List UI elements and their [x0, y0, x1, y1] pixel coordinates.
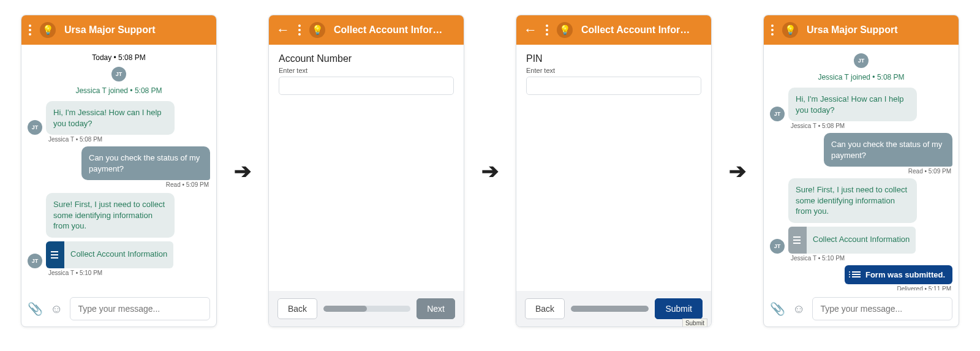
message-meta: Delivered • 5:11 PM	[771, 285, 951, 290]
compose-bar: 📎 ☺	[764, 290, 959, 326]
back-arrow-icon[interactable]: ←	[276, 23, 290, 37]
chat-header: 💡 Ursa Major Support	[764, 15, 959, 45]
user-message: Can you check the status of my payment?	[824, 133, 952, 167]
user-message-row: Can you check the status of my payment?	[770, 133, 952, 167]
form-title: Collect Account Infor…	[581, 25, 704, 36]
message-input[interactable]	[70, 297, 210, 320]
form-footer: Back Next	[269, 291, 464, 326]
joined-notice: Jessica T joined • 5:08 PM	[28, 86, 210, 95]
form-card-row: JT Collect Account Information	[770, 227, 952, 254]
form-card-label: Collect Account Information	[70, 249, 167, 260]
svg-rect-2	[51, 257, 58, 259]
attachment-icon[interactable]: 📎	[28, 301, 43, 316]
svg-rect-1	[51, 254, 58, 255]
message-meta: Jessica T • 5:08 PM	[791, 123, 951, 129]
emoji-icon[interactable]: ☺	[793, 302, 805, 316]
form-body: Account Number Enter text	[269, 45, 464, 291]
form-header: ← 💡 Collect Account Infor…	[516, 15, 711, 45]
field-hint: Enter text	[279, 67, 454, 74]
message-meta: Read • 5:09 PM	[771, 168, 951, 175]
message-meta: Read • 5:09 PM	[29, 181, 209, 188]
form-header: ← 💡 Collect Account Infor…	[269, 15, 464, 45]
agent-avatar: JT	[28, 254, 42, 268]
agent-message-row: Sure! First, I just need to collect some…	[28, 193, 210, 238]
form-card[interactable]: Collect Account Information	[788, 227, 916, 254]
account-number-input[interactable]	[279, 77, 454, 95]
message-meta: Jessica T • 5:10 PM	[48, 270, 209, 276]
svg-rect-5	[793, 243, 801, 244]
form-footer: Back Submit Submit	[516, 291, 711, 326]
joined-notice: Jessica T joined • 5:08 PM	[770, 73, 952, 81]
chat-title: Ursa Major Support	[807, 25, 951, 36]
form-panel-account-number: ← 💡 Collect Account Infor… Account Numbe…	[268, 15, 464, 327]
agent-avatar: JT	[854, 53, 869, 68]
form-icon	[46, 241, 64, 268]
agent-avatar: JT	[770, 107, 785, 121]
agent-message-row: JT Hi, I'm Jessica! How can I help you t…	[28, 101, 210, 135]
emoji-icon[interactable]: ☺	[50, 302, 62, 316]
attachment-icon[interactable]: 📎	[770, 301, 785, 316]
back-button[interactable]: Back	[525, 298, 565, 319]
form-card[interactable]: Collect Account Information	[46, 241, 173, 268]
brand-bulb-icon: 💡	[557, 22, 573, 38]
message-meta: Jessica T • 5:08 PM	[48, 136, 209, 143]
kebab-menu-icon[interactable]	[29, 25, 31, 36]
form-card-row: JT Collect Account Information	[28, 241, 210, 268]
svg-rect-0	[51, 251, 58, 252]
user-message: Can you check the status of my payment?	[81, 146, 210, 180]
flow-diagram: 💡 Ursa Major Support Today • 5:08 PM JT …	[0, 0, 980, 342]
next-button[interactable]: Next	[417, 298, 455, 319]
agent-avatar: JT	[770, 239, 785, 254]
progress-bar	[571, 306, 649, 312]
form-submitted-row: Form was submitted.	[770, 265, 952, 284]
agent-message: Hi, I'm Jessica! How can I help you toda…	[46, 101, 175, 135]
kebab-menu-icon[interactable]	[298, 25, 301, 36]
chat-body: Today • 5:08 PM JT Jessica T joined • 5:…	[21, 45, 216, 290]
flow-arrow-icon: ➔	[729, 159, 746, 183]
brand-bulb-icon: 💡	[782, 22, 798, 38]
progress-fill	[571, 306, 649, 312]
pin-input[interactable]	[526, 77, 701, 95]
today-timestamp: Today • 5:08 PM	[28, 53, 210, 62]
form-title: Collect Account Infor…	[334, 25, 456, 36]
back-arrow-icon[interactable]: ←	[524, 23, 537, 37]
kebab-menu-icon[interactable]	[546, 25, 548, 36]
flow-arrow-icon: ➔	[481, 159, 499, 183]
agent-message: Sure! First, I just need to collect some…	[788, 178, 917, 223]
submit-button[interactable]: Submit	[655, 298, 703, 319]
list-icon	[852, 271, 861, 277]
field-label: PIN	[526, 53, 701, 64]
progress-fill	[323, 306, 367, 312]
chat-body: JT Jessica T joined • 5:08 PM JT Hi, I'm…	[764, 45, 959, 290]
message-input[interactable]	[812, 297, 952, 320]
chat-header: 💡 Ursa Major Support	[21, 15, 216, 45]
svg-rect-3	[793, 236, 801, 238]
agent-message: Sure! First, I just need to collect some…	[46, 193, 175, 238]
field-hint: Enter text	[526, 67, 701, 74]
message-meta: Jessica T • 5:10 PM	[791, 255, 951, 262]
form-panel-pin: ← 💡 Collect Account Infor… PIN Enter tex…	[516, 15, 712, 327]
kebab-menu-icon[interactable]	[771, 25, 774, 36]
chat-panel-initial: 💡 Ursa Major Support Today • 5:08 PM JT …	[21, 15, 217, 327]
compose-bar: 📎 ☺	[21, 290, 216, 326]
agent-message-row: Sure! First, I just need to collect some…	[770, 178, 952, 223]
progress-bar	[323, 306, 410, 312]
brand-bulb-icon: 💡	[309, 22, 325, 38]
form-submitted-pill: Form was submitted.	[845, 265, 952, 284]
form-icon	[788, 227, 807, 254]
user-message-row: Can you check the status of my payment?	[28, 146, 210, 180]
form-body: PIN Enter text	[516, 45, 711, 291]
back-button[interactable]: Back	[277, 298, 317, 319]
chat-panel-after-submit: 💡 Ursa Major Support JT Jessica T joined…	[763, 15, 959, 327]
agent-avatar: JT	[28, 120, 42, 135]
brand-bulb-icon: 💡	[40, 22, 56, 38]
form-card-label: Collect Account Information	[813, 235, 910, 245]
agent-message-row: JT Hi, I'm Jessica! How can I help you t…	[770, 88, 952, 121]
submit-tooltip: Submit	[682, 319, 707, 327]
field-label: Account Number	[279, 53, 454, 64]
chat-title: Ursa Major Support	[64, 25, 209, 36]
flow-arrow-icon: ➔	[234, 159, 251, 183]
agent-avatar: JT	[111, 67, 126, 81]
agent-message: Hi, I'm Jessica! How can I help you toda…	[788, 88, 917, 121]
form-submitted-label: Form was submitted.	[865, 270, 945, 279]
